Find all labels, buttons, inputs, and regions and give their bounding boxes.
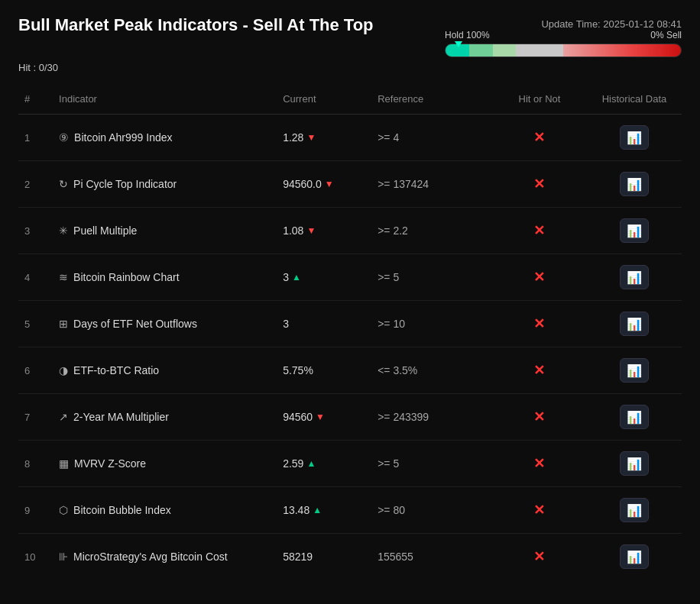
row-indicator-name: ⑨ Bitcoin Ahr999 Index <box>53 115 277 161</box>
current-number: 5.75% <box>283 364 313 376</box>
col-header-history: Historical Data <box>587 84 682 115</box>
gauge-sell-label: 0% Sell <box>650 30 682 40</box>
row-reference: >= 4 <box>371 115 492 161</box>
history-button[interactable]: 📊 <box>620 125 649 150</box>
page-title: Bull Market Peak Indicators - Sell At Th… <box>18 15 374 35</box>
indicator-label: Bitcoin Ahr999 Index <box>74 131 172 144</box>
row-reference: >= 5 <box>371 441 492 487</box>
gauge-hold-label: Hold 100% <box>445 30 490 40</box>
row-number: 9 <box>18 487 53 534</box>
row-history[interactable]: 📊 <box>587 394 682 441</box>
history-button[interactable]: 📊 <box>620 265 649 289</box>
indicator-icon: ⊞ <box>59 318 68 330</box>
row-indicator-name: ⊪ MicroStrategy's Avg Bitcoin Cost <box>53 534 277 580</box>
history-button[interactable]: 📊 <box>620 358 649 383</box>
table-row: 6 ◑ ETF-to-BTC Ratio 5.75% <= 3.5% ✕ 📊 <box>18 347 682 394</box>
row-current-value: 2.59 ▲ <box>277 441 371 487</box>
gauge-pointer <box>455 41 462 61</box>
history-button[interactable]: 📊 <box>620 544 649 569</box>
row-number: 5 <box>18 301 53 347</box>
table-row: 10 ⊪ MicroStrategy's Avg Bitcoin Cost 58… <box>18 534 682 580</box>
row-reference: >= 2.2 <box>371 208 492 254</box>
x-mark-icon: ✕ <box>533 363 545 378</box>
row-current-value: 5.75% <box>277 347 371 394</box>
indicator-label: MicroStrategy's Avg Bitcoin Cost <box>73 551 228 563</box>
table-row: 1 ⑨ Bitcoin Ahr999 Index 1.28 ▼ >= 4 ✕ 📊 <box>18 115 682 161</box>
hit-count: Hit : 0/30 <box>18 62 682 73</box>
row-indicator-name: ↻ Pi Cycle Top Indicator <box>53 161 277 208</box>
indicator-label: MVRV Z-Score <box>74 457 146 470</box>
indicator-icon: ▦ <box>59 457 69 470</box>
row-reference: <= 3.5% <box>371 347 492 394</box>
indicator-label: 2-Year MA Multiplier <box>73 411 169 423</box>
row-history[interactable]: 📊 <box>587 161 682 208</box>
row-current-value: 1.28 ▼ <box>277 115 371 161</box>
row-history[interactable]: 📊 <box>587 115 682 161</box>
indicator-icon: ⊪ <box>59 551 68 563</box>
current-number: 94560 <box>283 411 313 423</box>
row-hit-status: ✕ <box>492 254 587 301</box>
bar-chart-icon: 📊 <box>627 457 642 471</box>
bar-chart-icon: 📊 <box>627 131 642 145</box>
history-button[interactable]: 📊 <box>620 405 649 429</box>
row-hit-status: ✕ <box>492 301 587 347</box>
history-button[interactable]: 📊 <box>620 218 649 243</box>
row-number: 7 <box>18 394 53 441</box>
current-number: 3 <box>283 271 289 283</box>
indicator-icon: ✳ <box>59 224 68 237</box>
x-mark-icon: ✕ <box>533 456 545 471</box>
row-history[interactable]: 📊 <box>587 487 682 534</box>
row-hit-status: ✕ <box>492 394 587 441</box>
row-indicator-name: ◑ ETF-to-BTC Ratio <box>53 347 277 394</box>
indicator-label: Pi Cycle Top Indicator <box>73 178 177 190</box>
row-hit-status: ✕ <box>492 534 587 580</box>
bar-chart-icon: 📊 <box>627 550 642 564</box>
current-number: 58219 <box>283 551 313 563</box>
row-reference: >= 5 <box>371 254 492 301</box>
down-arrow-icon: ▼ <box>306 132 316 143</box>
indicator-icon: ◑ <box>59 364 68 376</box>
update-time: Update Time: 2025-01-12 08:41 <box>541 18 682 30</box>
up-arrow-icon: ▲ <box>292 272 301 283</box>
row-current-value: 58219 <box>277 534 371 580</box>
row-current-value: 94560 ▼ <box>277 394 371 441</box>
table-row: 7 ↗ 2-Year MA Multiplier 94560 ▼ >= 2433… <box>18 394 682 441</box>
history-button[interactable]: 📊 <box>620 172 649 196</box>
down-arrow-icon: ▼ <box>316 412 325 422</box>
current-number: 94560.0 <box>283 178 322 190</box>
col-header-indicator: Indicator <box>53 84 277 115</box>
x-mark-icon: ✕ <box>533 176 545 192</box>
history-button[interactable]: 📊 <box>620 498 649 522</box>
table-row: 3 ✳ Puell Multiple 1.08 ▼ >= 2.2 ✕ 📊 <box>18 208 682 254</box>
row-indicator-name: ⬡ Bitcoin Bubble Index <box>53 487 277 534</box>
indicator-label: ETF-to-BTC Ratio <box>73 364 159 376</box>
current-number: 13.48 <box>283 504 309 516</box>
table-row: 8 ▦ MVRV Z-Score 2.59 ▲ >= 5 ✕ 📊 <box>18 441 682 487</box>
row-history[interactable]: 📊 <box>587 208 682 254</box>
history-button[interactable]: 📊 <box>620 451 649 476</box>
row-history[interactable]: 📊 <box>587 534 682 580</box>
indicator-label: Puell Multiple <box>73 224 137 237</box>
row-reference: >= 137424 <box>371 161 492 208</box>
row-history[interactable]: 📊 <box>587 347 682 394</box>
bar-chart-icon: 📊 <box>627 503 642 518</box>
row-indicator-name: ↗ 2-Year MA Multiplier <box>53 394 277 441</box>
row-indicator-name: ⊞ Days of ETF Net Outflows <box>53 301 277 347</box>
x-mark-icon: ✕ <box>533 130 545 145</box>
row-current-value: 94560.0 ▼ <box>277 161 371 208</box>
history-button[interactable]: 📊 <box>620 312 649 336</box>
bar-chart-icon: 📊 <box>627 317 642 331</box>
col-header-hash: # <box>18 84 53 115</box>
indicator-icon: ≋ <box>59 271 68 283</box>
table-row: 9 ⬡ Bitcoin Bubble Index 13.48 ▲ >= 80 ✕… <box>18 487 682 534</box>
indicator-icon: ⬡ <box>59 504 68 516</box>
current-number: 1.28 <box>283 131 303 144</box>
col-header-current: Current <box>277 84 371 115</box>
down-arrow-icon: ▼ <box>306 225 316 236</box>
row-history[interactable]: 📊 <box>587 254 682 301</box>
current-number: 2.59 <box>283 457 303 470</box>
row-history[interactable]: 📊 <box>587 301 682 347</box>
row-history[interactable]: 📊 <box>587 441 682 487</box>
row-current-value: 3 ▲ <box>277 254 371 301</box>
bar-chart-icon: 📊 <box>627 224 642 238</box>
